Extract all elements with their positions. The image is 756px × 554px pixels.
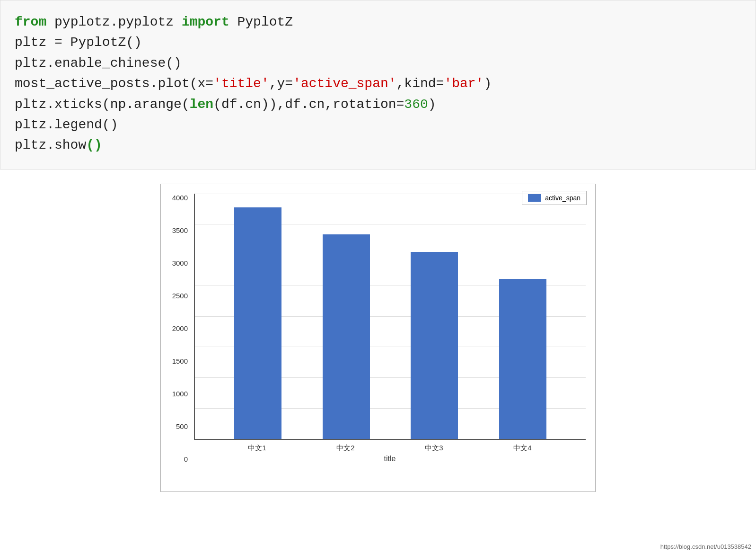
y-label-3000: 3000	[172, 259, 188, 267]
y-label-1000: 1000	[172, 390, 188, 398]
code-text: pltz.enable_chinese()	[15, 56, 182, 71]
code-line-1: from pyplotz.pyplotz import PyplotZ	[15, 12, 741, 32]
x-labels: 中文1 中文2 中文3 中文4	[194, 440, 586, 453]
y-axis: 4000 3500 3000 2500 2000 1500 1000 500 0	[161, 194, 192, 463]
code-line-7: pltz.show()	[15, 135, 741, 155]
string-title: 'title'	[213, 76, 269, 91]
bar-group-1	[234, 207, 281, 439]
code-text: ,y=	[269, 76, 293, 91]
x-label-1: 中文1	[234, 444, 281, 453]
code-text: pltz.xticks(np.arange(	[15, 97, 190, 112]
bar-4	[499, 279, 546, 439]
watermark: https://blog.csdn.net/u013538542	[660, 543, 751, 550]
y-label-1500: 1500	[172, 357, 188, 365]
code-line-5: pltz.xticks(np.arange(len(df.cn)),df.cn,…	[15, 94, 741, 115]
code-parens: ()	[86, 138, 102, 152]
code-text: most_active_posts.plot(x=	[15, 76, 213, 91]
code-text: (df.cn)),df.cn,rotation=	[213, 97, 404, 112]
code-block: from pyplotz.pyplotz import PyplotZ pltz…	[0, 0, 756, 170]
plot-area	[194, 194, 586, 440]
y-label-2500: 2500	[172, 292, 188, 300]
string-active-span: 'active_span'	[293, 76, 396, 91]
y-label-0: 0	[184, 455, 188, 463]
x-label-2: 中文2	[322, 444, 369, 453]
y-label-500: 500	[176, 422, 188, 430]
code-text: pltz.show	[15, 138, 86, 152]
number-360: 360	[404, 97, 428, 112]
bar-group-3	[411, 252, 458, 439]
bars	[195, 194, 586, 439]
x-label-4: 中文4	[499, 444, 546, 453]
bar-3	[411, 252, 458, 439]
keyword-import: import	[182, 15, 229, 29]
keyword-from: from	[15, 15, 46, 29]
chart-container: active_span 4000 3500 3000 2500 2000 150…	[0, 170, 756, 497]
code-line-3: pltz.enable_chinese()	[15, 53, 741, 73]
bar-1	[234, 207, 281, 439]
bar-2	[323, 234, 370, 439]
y-label-2000: 2000	[172, 324, 188, 332]
chart-outer: active_span 4000 3500 3000 2500 2000 150…	[160, 184, 596, 492]
code-text: )	[428, 97, 436, 112]
bar-group-2	[323, 234, 370, 439]
code-text: pltz.legend()	[15, 117, 118, 132]
string-bar: 'bar'	[444, 76, 483, 91]
code-line-6: pltz.legend()	[15, 115, 741, 135]
x-label-3: 中文3	[411, 444, 458, 453]
y-label-3500: 3500	[172, 226, 188, 234]
bar-group-4	[499, 279, 546, 439]
code-text: ,kind=	[396, 76, 444, 91]
code-line-4: most_active_posts.plot(x='title',y='acti…	[15, 73, 741, 94]
code-text: pltz = PyplotZ()	[15, 35, 142, 50]
x-axis-title: title	[194, 455, 586, 463]
y-label-4000: 4000	[172, 194, 188, 202]
code-text: )	[483, 76, 492, 91]
keyword-len: len	[190, 97, 213, 112]
code-text: PyplotZ	[237, 15, 293, 29]
code-line-2: pltz = PyplotZ()	[15, 32, 741, 53]
code-text: pyplotz.pyplotz	[54, 15, 182, 29]
